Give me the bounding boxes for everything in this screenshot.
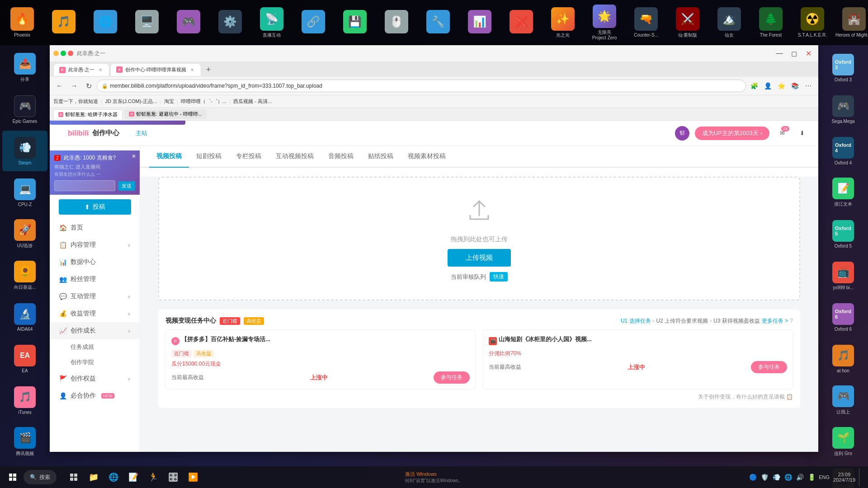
taskbar-icon-app2[interactable]: 🎵 — [44, 3, 84, 42]
popup-notification-close[interactable]: ✕ — [132, 153, 136, 160]
taskbar-icon-phoenix[interactable]: 🔥 Phoenix — [2, 3, 42, 42]
task-help-icon[interactable]: ? — [790, 318, 793, 324]
ime-icon[interactable]: ENG — [819, 474, 830, 480]
taskbar-icon-counter[interactable]: 🔫 Counter-S... — [626, 3, 666, 42]
task-more-link[interactable]: 更多任务 > — [762, 317, 788, 325]
tab-interactive[interactable]: 互动视频投稿 — [269, 146, 321, 168]
file-explorer-btn[interactable]: 📁 — [85, 468, 103, 486]
taskbar-icon-mouse[interactable]: 🖱️ — [377, 3, 416, 42]
show-desktop-button[interactable] — [859, 468, 863, 486]
taskbar-icon-app6[interactable]: ⚙️ — [210, 3, 250, 42]
tab-short-submit[interactable]: 短剧投稿 — [189, 146, 229, 168]
profile-button[interactable]: 👤 — [761, 80, 774, 92]
sidebar-icon-zhejiang[interactable]: 📝 浙江文本 — [821, 172, 866, 213]
taskbar-icon-zhibo[interactable]: 📡 直播互动 — [252, 3, 292, 42]
main-site-link[interactable]: 主站 — [136, 129, 147, 137]
taskbar-icon-sword[interactable]: ⚔️ 仙·重制版 — [668, 3, 708, 42]
taskbar-icon-project[interactable]: 🌟 无限亮Project Zero — [585, 3, 624, 42]
upload-video-button[interactable]: 上传视频 — [448, 249, 511, 267]
sidebar-icon-steam[interactable]: 💨 Steam — [2, 131, 47, 171]
control-btn[interactable]: 🎛️ — [164, 468, 182, 486]
browser-tab-2[interactable]: B 创作中心·哔哩哔哩弹幕视频 ✕ — [110, 63, 201, 76]
tab-close-2[interactable]: ✕ — [189, 66, 195, 73]
bookmark-baidu[interactable]: 百度一下，你就知道 — [53, 98, 98, 105]
volume-icon[interactable]: 🔊 — [795, 473, 804, 482]
sidebar-icon-oxford6[interactable]: Oxford6 Oxford 6 — [821, 297, 866, 338]
run-btn[interactable]: 🏃 — [144, 468, 162, 486]
download-icon-btn[interactable]: ⬇ — [795, 126, 809, 141]
taskview-button[interactable] — [65, 468, 83, 486]
menu-item-create-growth[interactable]: 📈 创作成长 ∧ — [50, 322, 140, 339]
sub-tab-2[interactable]: B 郁郁葱葱: 避避坑中 - 哔哩哔... — [124, 109, 206, 119]
sidebar-icon-oxford3[interactable]: Oxford3 Oxford 3 — [821, 47, 866, 88]
sidebar-icon-ea[interactable]: EA EA — [2, 338, 47, 379]
sidebar-icon-aida[interactable]: 🔬 AIDA64 — [2, 297, 47, 338]
minimize-button[interactable] — [53, 51, 59, 56]
user-avatar[interactable]: 郁 — [675, 126, 689, 141]
tab-column-submit[interactable]: 专栏投稿 — [229, 146, 269, 168]
browser-tab-1[interactable]: B 此非愚·之一 ✕ — [53, 63, 109, 76]
taskbar-icon-guangzhi[interactable]: ✨ 光之光 — [543, 3, 583, 42]
new-tab-button[interactable]: + — [202, 63, 215, 76]
star-button[interactable]: ⭐ — [775, 80, 788, 92]
network-icon[interactable]: 🌐 — [783, 473, 793, 482]
bluetooth-icon[interactable]: 🔵 — [748, 473, 757, 482]
sub-tab-1[interactable]: B 郁郁葱葱: 哈牌子净水器 — [53, 109, 123, 119]
bookmark-bili[interactable]: 哔哩哔哩（゜-゜）... — [181, 98, 226, 105]
edge-browser-btn[interactable]: 🌐 — [104, 468, 123, 486]
sidebar-icon-epic[interactable]: 🎮 Epic Games — [2, 89, 47, 130]
menu-item-cooperation[interactable]: 👤 必合协作 NEW — [50, 387, 140, 404]
become-up-button[interactable]: 成为UP主的第2003天 › — [695, 127, 769, 140]
back-button[interactable]: ← — [53, 80, 66, 92]
bookmark-xigua[interactable]: 西瓜视频 - 高清... — [233, 98, 272, 105]
forward-button[interactable]: → — [68, 80, 80, 92]
menu-item-data[interactable]: 📊 数据中心 — [50, 253, 140, 271]
sidebar-icon-athon[interactable]: 🎵 at hon — [821, 338, 866, 379]
start-button[interactable] — [4, 468, 22, 486]
taskbar-icon-stalker[interactable]: ☢️ S.T.A.L.K.E.R. — [793, 3, 832, 42]
menu-item-rights[interactable]: 🚩 创作权益 ∨ — [50, 370, 140, 387]
chat-input[interactable] — [54, 180, 115, 191]
task-feedback[interactable]: 关于创作变现，有什么好的意见请截 📋 — [165, 393, 793, 401]
chat-send-button[interactable]: 发送 — [118, 181, 135, 191]
sub-menu-task[interactable]: 任务成就 — [50, 339, 140, 355]
system-clock[interactable]: 23:09 2024/7/19 — [833, 472, 855, 483]
sidebar-icon-gro[interactable]: 🌱 连到 Gro — [821, 422, 866, 462]
search-box[interactable]: 🔍 搜索 — [24, 470, 57, 484]
more-button[interactable]: ⋯ — [802, 80, 815, 92]
window-close-btn[interactable]: ✕ — [802, 47, 815, 60]
bookmark-taobao[interactable]: 淘宝 — [164, 98, 174, 105]
maximize-button[interactable] — [61, 51, 66, 56]
steam-tray-icon[interactable]: 💨 — [772, 473, 781, 482]
card2-join-button[interactable]: 参与任务 — [751, 361, 787, 373]
menu-item-interact[interactable]: 💬 互动管理 ∨ — [50, 288, 140, 305]
sidebar-icon-yaxin[interactable]: 📺 yx999 bi... — [821, 255, 866, 296]
sidebar-icon-share[interactable]: 📤 分享 — [2, 47, 47, 88]
menu-item-income[interactable]: 💰 收益管理 ∨ — [50, 305, 140, 322]
message-icon-btn[interactable]: ✉ 24 — [775, 126, 789, 141]
tab-sticker[interactable]: 贴纸投稿 — [361, 146, 401, 168]
taskbar-icon-link[interactable]: 🔗 — [293, 3, 333, 42]
window-restore-btn[interactable]: ◻ — [788, 47, 800, 60]
taskbar-icon-app5[interactable]: 🎮 — [169, 3, 208, 42]
tab-video-submit[interactable]: 视频投稿 — [149, 146, 189, 168]
card1-join-button[interactable]: 参与任务 — [434, 371, 470, 384]
taskbar-icon-save[interactable]: 💾 — [335, 3, 375, 42]
taskbar-icon-forest[interactable]: 🌲 The Forest — [751, 3, 791, 42]
tab-audio[interactable]: 音频投稿 — [321, 146, 361, 168]
address-bar[interactable]: 🔒 member.bilibili.com/platform/upload/vi… — [97, 80, 746, 92]
battery-icon[interactable]: 🔋 — [807, 473, 816, 482]
notes-btn[interactable]: 📝 — [124, 468, 142, 486]
extensions-button[interactable]: 🧩 — [748, 80, 760, 92]
bilibili-btn[interactable]: ▶️ — [184, 468, 202, 486]
sidebar-icon-sega[interactable]: 🎮 Sega.Mega — [821, 89, 866, 130]
sidebar-icon-cpuz[interactable]: 💻 CPU-Z — [2, 172, 47, 213]
refresh-button[interactable]: ↻ — [82, 80, 95, 92]
upload-box[interactable]: 拖拽到此处也可上传 上传视频 当前审核队列 快速 — [158, 177, 800, 300]
taskbar-icon-chart[interactable]: 📊 — [460, 3, 500, 42]
window-minimize-btn[interactable]: — — [773, 47, 786, 60]
taskbar-icon-tool[interactable]: 🔧 — [418, 3, 458, 42]
taskbar-icon-app3[interactable]: 🌐 — [85, 3, 125, 42]
tab-close-1[interactable]: ✕ — [97, 67, 104, 73]
sidebar-icon-lets-go[interactable]: 🎮 让我上 — [821, 380, 866, 421]
